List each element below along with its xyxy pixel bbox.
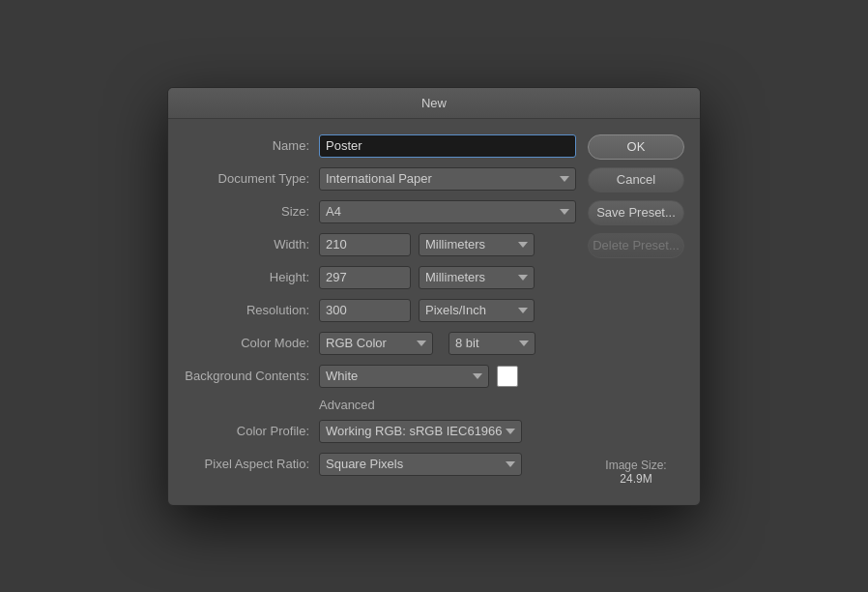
dialog-titlebar: New xyxy=(168,88,700,119)
resolution-input[interactable] xyxy=(319,299,411,322)
colormode-depth-select[interactable]: 8 bit 16 bit 32 bit xyxy=(448,332,535,355)
doctype-label: Document Type: xyxy=(184,171,319,186)
colormode-row: Color Mode: Bitmap Grayscale RGB Color C… xyxy=(184,332,576,355)
buttons-section: OK Cancel Save Preset... Delete Preset..… xyxy=(588,134,684,486)
aspectratio-row: Pixel Aspect Ratio: Square Pixels D1/DV … xyxy=(184,453,576,476)
colorprofile-row: Color Profile: Working RGB: sRGB IEC6196… xyxy=(184,420,576,443)
height-label: Height: xyxy=(184,270,319,284)
name-label: Name: xyxy=(184,138,319,153)
advanced-label: Advanced xyxy=(319,398,576,412)
width-row: Width: Pixels Inches Centimeters Millime… xyxy=(184,233,576,256)
height-input[interactable] xyxy=(319,266,411,289)
white-swatch[interactable] xyxy=(497,366,518,387)
size-row: Size: A4 A3 A5 Letter Legal xyxy=(184,200,576,223)
doctype-row: Document Type: International Paper U.S. … xyxy=(184,167,576,191)
resolution-row: Resolution: Pixels/Inch Pixels/Centimete… xyxy=(184,299,576,322)
colormode-select[interactable]: Bitmap Grayscale RGB Color CMYK Color La… xyxy=(319,332,433,355)
bgcontents-select[interactable]: White Background Color Transparent xyxy=(319,365,489,388)
aspectratio-label: Pixel Aspect Ratio: xyxy=(184,457,319,471)
cancel-button[interactable]: Cancel xyxy=(588,167,684,192)
width-unit-select[interactable]: Pixels Inches Centimeters Millimeters Po… xyxy=(419,233,535,256)
delete-preset-button[interactable]: Delete Preset... xyxy=(588,233,684,258)
image-size-label: Image Size: xyxy=(588,459,684,472)
colormode-label: Color Mode: xyxy=(184,336,319,350)
advanced-section: Advanced Color Profile: Working RGB: sRG… xyxy=(184,398,576,476)
height-row: Height: Pixels Inches Centimeters Millim… xyxy=(184,266,576,289)
dialog-title: New xyxy=(421,96,447,110)
bgcontents-controls: White Background Color Transparent xyxy=(319,365,518,388)
colorprofile-label: Color Profile: xyxy=(184,424,319,438)
new-document-dialog: New Name: Document Type: International P… xyxy=(167,87,701,506)
image-size-area: Image Size: 24.9M xyxy=(588,439,684,486)
image-size-value: 24.9M xyxy=(588,472,684,486)
size-select[interactable]: A4 A3 A5 Letter Legal xyxy=(319,200,576,223)
aspectratio-select[interactable]: Square Pixels D1/DV NTSC (0.91) D1/DV PA… xyxy=(319,453,522,476)
width-label: Width: xyxy=(184,237,319,252)
size-label: Size: xyxy=(184,204,319,219)
height-unit-select[interactable]: Pixels Inches Centimeters Millimeters Po… xyxy=(419,266,535,289)
width-input[interactable] xyxy=(319,233,411,256)
ok-button[interactable]: OK xyxy=(588,134,684,160)
name-input[interactable] xyxy=(319,134,576,158)
bgcontents-label: Background Contents: xyxy=(184,369,319,383)
form-section: Name: Document Type: International Paper… xyxy=(184,134,576,486)
name-row: Name: xyxy=(184,134,576,158)
colorprofile-select[interactable]: Working RGB: sRGB IEC61966-2.1 Don't Col… xyxy=(319,420,522,443)
colormode-controls: Bitmap Grayscale RGB Color CMYK Color La… xyxy=(319,332,535,355)
doctype-select[interactable]: International Paper U.S. Paper Photo Web… xyxy=(319,167,576,191)
resolution-unit-select[interactable]: Pixels/Inch Pixels/Centimeter xyxy=(419,299,535,322)
save-preset-button[interactable]: Save Preset... xyxy=(588,200,684,225)
bgcontents-row: Background Contents: White Background Co… xyxy=(184,365,576,388)
resolution-label: Resolution: xyxy=(184,303,319,317)
